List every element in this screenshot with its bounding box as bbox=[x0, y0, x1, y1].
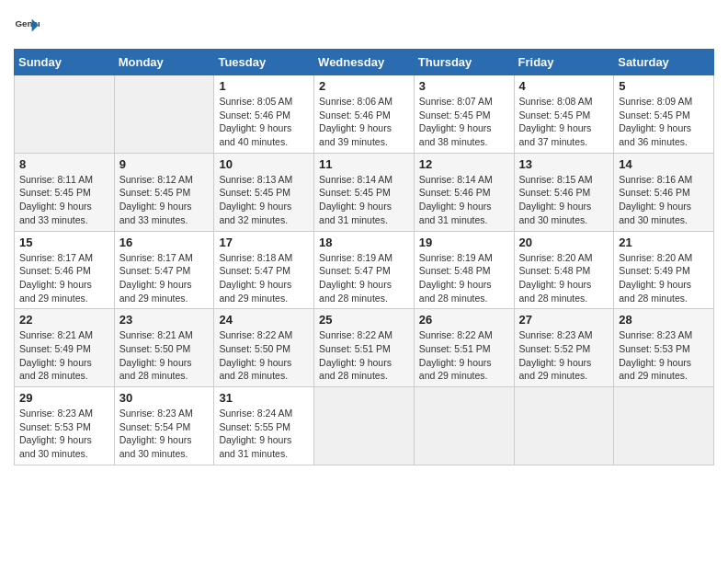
day-number: 8 bbox=[19, 157, 109, 171]
calendar-cell: 12 Sunrise: 8:14 AM Sunset: 5:46 PM Dayl… bbox=[414, 153, 514, 231]
day-info: Sunrise: 8:24 AM Sunset: 5:55 PM Dayligh… bbox=[219, 407, 309, 461]
day-number: 19 bbox=[419, 236, 509, 249]
calendar-cell: 9 Sunrise: 8:12 AM Sunset: 5:45 PM Dayli… bbox=[114, 153, 214, 231]
day-info: Sunrise: 8:17 AM Sunset: 5:46 PM Dayligh… bbox=[19, 251, 109, 305]
day-info: Sunrise: 8:21 AM Sunset: 5:49 PM Dayligh… bbox=[19, 328, 109, 383]
day-number: 14 bbox=[619, 157, 709, 171]
logo-icon: General bbox=[14, 14, 40, 40]
day-info: Sunrise: 8:19 AM Sunset: 5:47 PM Dayligh… bbox=[319, 251, 409, 305]
column-header-sunday: Sunday bbox=[15, 50, 115, 75]
calendar-week-row: 22 Sunrise: 8:21 AM Sunset: 5:49 PM Dayl… bbox=[15, 309, 714, 387]
calendar-cell: 26 Sunrise: 8:22 AM Sunset: 5:51 PM Dayl… bbox=[414, 309, 514, 387]
day-number: 13 bbox=[519, 157, 609, 171]
calendar-cell: 4 Sunrise: 8:08 AM Sunset: 5:45 PM Dayli… bbox=[514, 75, 614, 154]
day-info: Sunrise: 8:11 AM Sunset: 5:45 PM Dayligh… bbox=[19, 173, 109, 227]
calendar-cell: 15 Sunrise: 8:17 AM Sunset: 5:46 PM Dayl… bbox=[15, 231, 115, 309]
column-header-wednesday: Wednesday bbox=[314, 50, 415, 75]
calendar-cell: 22 Sunrise: 8:21 AM Sunset: 5:49 PM Dayl… bbox=[15, 309, 115, 387]
day-number: 31 bbox=[219, 391, 309, 405]
day-number: 11 bbox=[319, 157, 409, 171]
calendar-week-row: 8 Sunrise: 8:11 AM Sunset: 5:45 PM Dayli… bbox=[15, 153, 714, 231]
calendar-cell bbox=[514, 387, 614, 465]
calendar-cell: 10 Sunrise: 8:13 AM Sunset: 5:45 PM Dayl… bbox=[214, 153, 314, 231]
calendar-cell: 19 Sunrise: 8:19 AM Sunset: 5:48 PM Dayl… bbox=[414, 231, 514, 309]
calendar-cell: 30 Sunrise: 8:23 AM Sunset: 5:54 PM Dayl… bbox=[114, 387, 214, 465]
calendar-cell: 13 Sunrise: 8:15 AM Sunset: 5:46 PM Dayl… bbox=[514, 153, 614, 231]
day-number: 1 bbox=[219, 79, 309, 93]
calendar-cell: 16 Sunrise: 8:17 AM Sunset: 5:47 PM Dayl… bbox=[114, 231, 214, 309]
day-info: Sunrise: 8:20 AM Sunset: 5:48 PM Dayligh… bbox=[519, 251, 609, 305]
day-number: 15 bbox=[19, 236, 109, 249]
day-info: Sunrise: 8:21 AM Sunset: 5:50 PM Dayligh… bbox=[119, 328, 210, 383]
column-header-saturday: Saturday bbox=[614, 50, 714, 75]
calendar-cell: 27 Sunrise: 8:23 AM Sunset: 5:52 PM Dayl… bbox=[514, 309, 614, 387]
calendar-cell: 3 Sunrise: 8:07 AM Sunset: 5:45 PM Dayli… bbox=[414, 75, 514, 154]
day-info: Sunrise: 8:22 AM Sunset: 5:51 PM Dayligh… bbox=[319, 328, 409, 383]
day-info: Sunrise: 8:12 AM Sunset: 5:45 PM Dayligh… bbox=[119, 173, 210, 227]
day-info: Sunrise: 8:20 AM Sunset: 5:49 PM Dayligh… bbox=[619, 251, 709, 305]
column-header-monday: Monday bbox=[114, 50, 214, 75]
calendar-week-row: 1 Sunrise: 8:05 AM Sunset: 5:46 PM Dayli… bbox=[15, 75, 714, 154]
calendar-cell: 5 Sunrise: 8:09 AM Sunset: 5:45 PM Dayli… bbox=[614, 75, 714, 154]
day-number: 12 bbox=[419, 157, 509, 171]
page-header: General bbox=[14, 14, 714, 40]
day-number: 3 bbox=[419, 79, 509, 93]
day-info: Sunrise: 8:23 AM Sunset: 5:53 PM Dayligh… bbox=[19, 407, 109, 461]
day-info: Sunrise: 8:14 AM Sunset: 5:46 PM Dayligh… bbox=[419, 173, 509, 227]
column-header-friday: Friday bbox=[514, 50, 614, 75]
calendar-cell: 23 Sunrise: 8:21 AM Sunset: 5:50 PM Dayl… bbox=[114, 309, 214, 387]
calendar-cell bbox=[414, 387, 514, 465]
day-number: 23 bbox=[119, 313, 210, 327]
calendar-cell bbox=[314, 387, 415, 465]
day-info: Sunrise: 8:22 AM Sunset: 5:50 PM Dayligh… bbox=[219, 328, 309, 383]
day-number: 10 bbox=[219, 157, 309, 171]
day-info: Sunrise: 8:17 AM Sunset: 5:47 PM Dayligh… bbox=[119, 251, 210, 305]
day-number: 18 bbox=[319, 236, 409, 249]
calendar-cell: 1 Sunrise: 8:05 AM Sunset: 5:46 PM Dayli… bbox=[214, 75, 314, 154]
day-info: Sunrise: 8:23 AM Sunset: 5:54 PM Dayligh… bbox=[119, 407, 210, 461]
day-number: 22 bbox=[19, 313, 109, 327]
day-info: Sunrise: 8:05 AM Sunset: 5:46 PM Dayligh… bbox=[219, 95, 309, 149]
calendar-cell: 17 Sunrise: 8:18 AM Sunset: 5:47 PM Dayl… bbox=[214, 231, 314, 309]
day-info: Sunrise: 8:07 AM Sunset: 5:45 PM Dayligh… bbox=[419, 95, 509, 149]
day-number: 5 bbox=[619, 79, 709, 93]
calendar-cell: 20 Sunrise: 8:20 AM Sunset: 5:48 PM Dayl… bbox=[514, 231, 614, 309]
calendar-cell: 11 Sunrise: 8:14 AM Sunset: 5:45 PM Dayl… bbox=[314, 153, 415, 231]
calendar-week-row: 29 Sunrise: 8:23 AM Sunset: 5:53 PM Dayl… bbox=[15, 387, 714, 465]
calendar-cell: 14 Sunrise: 8:16 AM Sunset: 5:46 PM Dayl… bbox=[614, 153, 714, 231]
column-header-tuesday: Tuesday bbox=[214, 50, 314, 75]
calendar-cell bbox=[114, 75, 214, 154]
calendar-header-row: SundayMondayTuesdayWednesdayThursdayFrid… bbox=[15, 50, 714, 75]
day-number: 27 bbox=[519, 313, 609, 327]
day-info: Sunrise: 8:06 AM Sunset: 5:46 PM Dayligh… bbox=[319, 95, 409, 149]
day-info: Sunrise: 8:14 AM Sunset: 5:45 PM Dayligh… bbox=[319, 173, 409, 227]
day-number: 25 bbox=[319, 313, 409, 327]
calendar-cell: 2 Sunrise: 8:06 AM Sunset: 5:46 PM Dayli… bbox=[314, 75, 415, 154]
day-number: 17 bbox=[219, 236, 309, 249]
day-number: 21 bbox=[619, 236, 709, 249]
day-info: Sunrise: 8:08 AM Sunset: 5:45 PM Dayligh… bbox=[519, 95, 609, 149]
calendar-table: SundayMondayTuesdayWednesdayThursdayFrid… bbox=[14, 49, 714, 465]
calendar-cell: 21 Sunrise: 8:20 AM Sunset: 5:49 PM Dayl… bbox=[614, 231, 714, 309]
day-number: 9 bbox=[119, 157, 210, 171]
calendar-cell: 28 Sunrise: 8:23 AM Sunset: 5:53 PM Dayl… bbox=[614, 309, 714, 387]
day-number: 16 bbox=[119, 236, 210, 249]
calendar-week-row: 15 Sunrise: 8:17 AM Sunset: 5:46 PM Dayl… bbox=[15, 231, 714, 309]
day-info: Sunrise: 8:19 AM Sunset: 5:48 PM Dayligh… bbox=[419, 251, 509, 305]
day-info: Sunrise: 8:13 AM Sunset: 5:45 PM Dayligh… bbox=[219, 173, 309, 227]
calendar-cell: 25 Sunrise: 8:22 AM Sunset: 5:51 PM Dayl… bbox=[314, 309, 415, 387]
day-number: 2 bbox=[319, 79, 409, 93]
calendar-cell bbox=[15, 75, 115, 154]
calendar-cell: 24 Sunrise: 8:22 AM Sunset: 5:50 PM Dayl… bbox=[214, 309, 314, 387]
day-number: 20 bbox=[519, 236, 609, 249]
day-info: Sunrise: 8:22 AM Sunset: 5:51 PM Dayligh… bbox=[419, 328, 509, 383]
calendar-cell: 18 Sunrise: 8:19 AM Sunset: 5:47 PM Dayl… bbox=[314, 231, 415, 309]
day-info: Sunrise: 8:18 AM Sunset: 5:47 PM Dayligh… bbox=[219, 251, 309, 305]
day-info: Sunrise: 8:15 AM Sunset: 5:46 PM Dayligh… bbox=[519, 173, 609, 227]
calendar-cell: 29 Sunrise: 8:23 AM Sunset: 5:53 PM Dayl… bbox=[15, 387, 115, 465]
day-number: 4 bbox=[519, 79, 609, 93]
day-info: Sunrise: 8:16 AM Sunset: 5:46 PM Dayligh… bbox=[619, 173, 709, 227]
day-number: 26 bbox=[419, 313, 509, 327]
calendar-cell bbox=[614, 387, 714, 465]
day-number: 29 bbox=[19, 391, 109, 405]
